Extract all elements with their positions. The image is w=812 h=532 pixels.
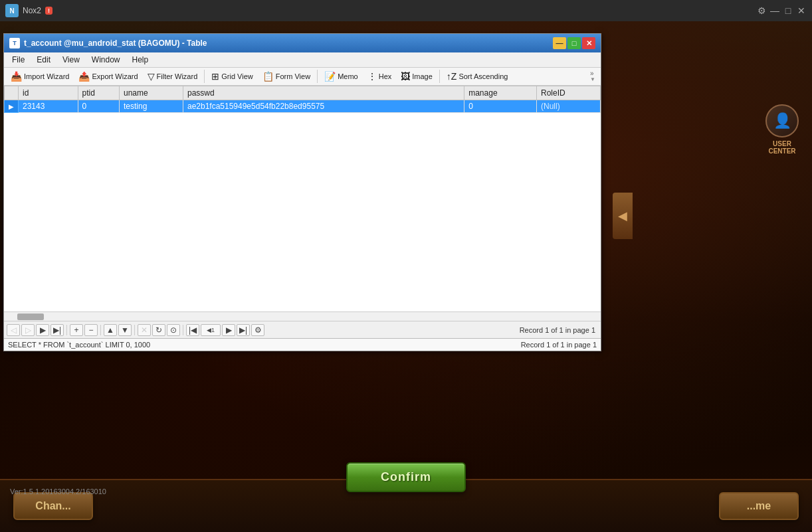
user-center-label: USERCENTER: [768, 140, 795, 155]
row-indicator: ▶: [5, 100, 19, 113]
form-view-btn[interactable]: 📋 Form View: [258, 70, 314, 83]
form-view-label: Form View: [276, 72, 310, 80]
col-roleid[interactable]: RoleID: [537, 86, 601, 100]
nav-sep-2: [100, 325, 101, 335]
nav-sep-3: [134, 325, 135, 335]
sort-ascending-icon: ↑Z: [447, 71, 457, 82]
user-center: 👤 USERCENTER: [759, 103, 805, 156]
toolbar: 📥 Import Wizard 📤 Export Wizard ▽ Filter…: [4, 68, 601, 86]
window-icon: T: [9, 38, 20, 48]
filter-wizard-btn[interactable]: ▽ Filter Wizard: [144, 70, 202, 83]
col-manage[interactable]: manage: [464, 86, 537, 100]
memo-icon: 📝: [324, 71, 336, 82]
window-title: t_account @mu_android_stat (BAGOMU) - Ta…: [24, 39, 553, 48]
nav-config-btn[interactable]: ⊙: [167, 324, 180, 336]
nav-lock-btn[interactable]: ✕: [138, 324, 151, 336]
menu-edit[interactable]: Edit: [31, 54, 56, 66]
nox-badge: !: [45, 7, 52, 15]
nox-taskbar: N Nox2 ! ⚙ — □ ✕: [0, 0, 812, 21]
cell-roleid: (Null): [537, 100, 601, 113]
hex-btn[interactable]: ⋮ Hex: [363, 70, 396, 83]
nav-sep-1: [66, 325, 67, 335]
cell-manage: 0: [464, 100, 537, 113]
hscroll-thumb[interactable]: [17, 313, 44, 320]
menu-help[interactable]: Help: [127, 54, 154, 66]
sql-bar: SELECT * FROM `t_account` LIMIT 0, 1000 …: [4, 338, 601, 351]
nav-last-btn[interactable]: ▶|: [51, 324, 64, 336]
export-wizard-icon: 📤: [78, 71, 90, 82]
nav-next-arrow[interactable]: ▷: [21, 324, 35, 336]
table-header-row: id ptid uname passwd manage RoleID: [5, 86, 601, 100]
toolbar-sep-3: [439, 70, 440, 83]
nox-controls: ⚙ — □ ✕: [756, 5, 807, 16]
nav-sep-4: [183, 325, 183, 335]
nox-title: Nox2: [23, 6, 41, 15]
image-icon: 🖼: [401, 71, 410, 82]
grid-view-icon: ⊞: [211, 71, 219, 82]
toolbar-more-btn[interactable]: » ▼: [587, 69, 598, 84]
nav-up-btn[interactable]: ▲: [104, 324, 117, 336]
nav-prev-arrow[interactable]: ◁: [7, 324, 20, 336]
confirm-button[interactable]: Confirm: [346, 462, 466, 492]
table-row[interactable]: ▶ 23143 0 testing ae2b1fca515949e5d54fb2…: [5, 100, 601, 113]
nav-first-page-btn[interactable]: |◀: [186, 324, 199, 336]
import-wizard-label: Import Wizard: [24, 72, 69, 80]
image-btn[interactable]: 🖼 Image: [397, 70, 437, 83]
export-wizard-label: Export Wizard: [92, 72, 138, 80]
col-passwd[interactable]: passwd: [183, 86, 464, 100]
col-id[interactable]: id: [19, 86, 78, 100]
confirm-overlay: Confirm: [346, 462, 466, 492]
nav-down-btn[interactable]: ▼: [118, 324, 132, 336]
form-view-icon: 📋: [262, 71, 274, 82]
cell-uname: testing: [120, 100, 183, 113]
col-uname[interactable]: uname: [120, 86, 183, 100]
menu-bar: File Edit View Window Help: [4, 52, 601, 68]
table-container: id ptid uname passwd manage RoleID ▶ 231…: [4, 86, 601, 311]
nav-last-page-btn[interactable]: ▶|: [237, 324, 250, 336]
export-wizard-btn[interactable]: 📤 Export Wizard: [74, 70, 142, 83]
sort-ascending-btn[interactable]: ↑Z Sort Ascending: [443, 70, 512, 83]
hscroll-bar[interactable]: [4, 311, 601, 321]
window-maximize-btn[interactable]: □: [567, 37, 581, 49]
import-wizard-btn[interactable]: 📥 Import Wizard: [7, 70, 73, 83]
nox-settings-icon[interactable]: ⚙: [756, 5, 767, 16]
nav-refresh-btn[interactable]: ↻: [152, 324, 165, 336]
nox-maximize-btn[interactable]: □: [783, 5, 793, 16]
window-close-btn[interactable]: ✕: [582, 37, 595, 49]
menu-view[interactable]: View: [57, 54, 85, 66]
nav-add-btn[interactable]: +: [70, 324, 83, 336]
col-indicator: [5, 86, 19, 100]
nox-minimize-btn[interactable]: —: [769, 5, 780, 16]
memo-btn[interactable]: 📝 Memo: [320, 70, 362, 83]
sql-record-info: Record 1 of 1 in page 1: [521, 341, 597, 349]
grid-view-btn[interactable]: ⊞ Grid View: [207, 70, 256, 83]
nav-delete-btn[interactable]: −: [84, 324, 98, 336]
import-wizard-icon: 📥: [11, 71, 22, 82]
grid-view-label: Grid View: [221, 72, 253, 80]
nav-prev-page-btn[interactable]: ◀1: [201, 324, 221, 336]
nav-next-page-btn[interactable]: ▶: [222, 324, 235, 336]
nav-settings-btn[interactable]: ⚙: [251, 324, 264, 336]
nav-play-btn[interactable]: ▶: [36, 324, 49, 336]
cell-passwd: ae2b1fca515949e5d54fb22b8ed95575: [183, 100, 464, 113]
window-controls: — □ ✕: [553, 37, 595, 49]
nox-logo: N: [5, 4, 19, 17]
db-window: T t_account @mu_android_stat (BAGOMU) - …: [3, 33, 601, 351]
menu-file[interactable]: File: [7, 54, 30, 66]
change-btn[interactable]: Chan...: [13, 492, 93, 520]
record-info: Record 1 of 1 in page 1: [520, 326, 598, 334]
window-minimize-btn[interactable]: —: [553, 37, 566, 49]
right-arrow-panel[interactable]: ◀: [613, 193, 633, 239]
memo-label: Memo: [338, 72, 358, 80]
nox-close-btn[interactable]: ✕: [796, 5, 807, 16]
hex-icon: ⋮: [367, 71, 377, 82]
toolbar-more-down: ▼: [590, 77, 595, 82]
cell-ptid: 0: [78, 100, 119, 113]
name-btn[interactable]: ...me: [719, 492, 799, 520]
toolbar-sep-1: [204, 70, 205, 83]
cell-id: 23143: [19, 100, 78, 113]
user-avatar: 👤: [765, 104, 799, 137]
col-ptid[interactable]: ptid: [78, 86, 119, 100]
menu-window[interactable]: Window: [86, 54, 126, 66]
toolbar-sep-2: [317, 70, 318, 83]
